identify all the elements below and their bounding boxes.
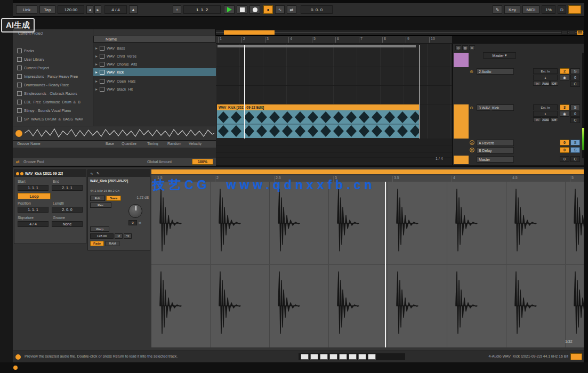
follow-button[interactable]: + — [173, 5, 181, 14]
hamburger-menu-icon[interactable] — [577, 30, 583, 35]
preview-volume-button[interactable] — [568, 5, 581, 14]
sample-playhead[interactable] — [385, 182, 386, 347]
sample-waveform-area[interactable]: 1/32 — [151, 182, 584, 347]
track3-monitor-in[interactable]: In — [533, 117, 541, 122]
sample-edit-button[interactable]: Edit — [90, 196, 105, 201]
midi-map-button[interactable]: MIDI — [522, 5, 539, 14]
arrangement-grid-label[interactable]: 1 / 4 — [436, 157, 443, 160]
link-button[interactable]: Link — [16, 5, 37, 14]
play-button[interactable] — [224, 5, 235, 14]
status-action-button[interactable] — [570, 353, 582, 360]
clip-start-value[interactable]: 1. 1. 1 — [18, 185, 49, 191]
file-row-wav-chorus-alts[interactable]: ▸WAV_Chorus_Alts — [95, 60, 214, 68]
tap-tempo-button[interactable]: Tap — [39, 5, 55, 14]
groove-col-random[interactable]: Random — [167, 142, 181, 145]
sidebar-item-pack-2[interactable]: Drumsounds - Ready Race — [17, 81, 92, 88]
transpose-knob[interactable] — [128, 204, 142, 218]
mixer-toggle-icon[interactable]: ≡ — [469, 45, 475, 50]
midi-indicator-strip[interactable] — [299, 353, 405, 360]
metronome-icon[interactable]: ▲ — [129, 5, 138, 14]
sidebar-item-current-project[interactable]: Current Project — [17, 64, 92, 71]
master-volume[interactable]: 0 — [560, 156, 569, 162]
arrangement-ruler[interactable]: 1 2 3 4 5 6 7 8 9 10 — [216, 36, 452, 44]
output-selector[interactable]: Master ▾ — [483, 52, 516, 59]
clip-position-value[interactable]: 1. 1. 1 — [18, 207, 49, 213]
track2-monitor-auto[interactable]: Auto — [542, 81, 550, 86]
file-row-wav-kick-selected[interactable]: ▸WAV_Kick — [93, 68, 216, 76]
sidebar-item-user-library[interactable]: User Library — [17, 55, 92, 63]
file-row-wav-open-hats[interactable]: ▸WAV_Open_Hats — [95, 77, 214, 85]
clip-length-value[interactable]: 2. 0. 0 — [52, 207, 83, 213]
file-row-wav-stack-hit[interactable]: ▸WAV_Stack_Hit — [95, 85, 214, 93]
loop-end-marker[interactable] — [419, 45, 420, 139]
groove-col-timing[interactable]: Timing — [147, 142, 158, 145]
arrangement-clip-title-bar[interactable]: WAV_Kick [2021-09-22 Edit] — [217, 104, 420, 110]
insert-marker[interactable] — [244, 45, 245, 139]
track2-arm-button[interactable]: ◉ — [560, 75, 569, 80]
draw-mode-icon[interactable]: ✎ — [493, 5, 502, 14]
expand-icon[interactable]: ▸ — [95, 62, 100, 67]
arrangement-overview[interactable] — [216, 30, 584, 36]
bpm-double-button[interactable]: *2 — [124, 233, 132, 239]
groove-col-velocity[interactable]: Velocity — [189, 142, 202, 145]
stop-button[interactable] — [237, 5, 247, 14]
master-name[interactable]: Master — [477, 156, 514, 163]
expand-icon[interactable]: ▸ — [95, 54, 100, 59]
sidebar-item-pack-4[interactable]: EDL_Free_Starhouse_Drum_&_B — [17, 98, 92, 106]
envelope-tab-icon[interactable]: ✎ — [96, 172, 100, 176]
record-button[interactable] — [249, 5, 260, 14]
sample-gain-value[interactable]: -1.72 dB — [121, 196, 149, 199]
clip-signature-value[interactable]: 4 / 4 — [18, 221, 49, 227]
returnA-name[interactable]: A Reverb — [477, 140, 514, 146]
track3-solo-button[interactable]: S — [570, 104, 580, 110]
master-pan[interactable]: C — [570, 156, 580, 162]
arrangement-lanes[interactable]: WAV_Kick [2021-09-22 Edit] 1 / 4 — [216, 44, 452, 165]
sample-tab-icon[interactable]: ∿ — [90, 172, 93, 176]
groove-col-base[interactable]: Base — [106, 142, 114, 145]
track2-input-type[interactable]: Ext. In — [533, 68, 558, 74]
bpm-half-button[interactable]: :2 — [115, 233, 123, 239]
sample-save-button[interactable]: Save — [106, 196, 121, 201]
sidebar-item-pack-5[interactable]: Stingy - Sounds Vocal Piano — [17, 107, 92, 114]
returnB-volume[interactable]: 0 — [560, 147, 569, 153]
track2-pan[interactable]: C — [570, 81, 580, 87]
track3-monitor-auto[interactable]: Auto — [542, 117, 550, 122]
loop-length-display[interactable]: 0. 0. 0 — [301, 5, 333, 14]
automation-arm-icon[interactable]: ∿ — [275, 5, 285, 14]
track2-name[interactable]: 2 Audio — [477, 68, 514, 75]
sidebar-item-pack-1[interactable]: Impressions - Fancy Heavy Free — [17, 72, 92, 80]
track3-color-tab[interactable] — [454, 104, 469, 139]
returnA-volume[interactable]: 0 — [560, 140, 569, 145]
expand-icon[interactable]: ▸ — [95, 70, 100, 75]
arrangement-clip-waveform[interactable] — [217, 110, 420, 138]
session-record-button[interactable]: ● — [263, 5, 273, 14]
sidebar-item-packs[interactable]: Packs — [17, 47, 92, 54]
track3-volume[interactable]: 0 — [570, 111, 580, 117]
global-amount-value[interactable]: 100% — [192, 159, 213, 165]
track3-unfold-icon[interactable]: ⊙ — [470, 106, 473, 110]
file-list-header[interactable]: Name — [93, 36, 216, 43]
track3-activator[interactable]: 3 — [560, 104, 569, 110]
clip-loop-button[interactable]: Loop — [18, 193, 51, 199]
transpose-value[interactable]: 0 — [128, 220, 137, 225]
sample-loop-bar[interactable] — [151, 169, 584, 174]
track2-input-channel[interactable]: 1 — [533, 75, 558, 80]
returnB-solo-button[interactable]: S — [570, 147, 580, 153]
track2-monitor-in[interactable]: In — [533, 81, 541, 86]
returnA-solo-button[interactable]: S — [570, 140, 580, 145]
overview-zoom-box-1[interactable] — [561, 30, 568, 35]
groove-swap-icon[interactable]: ⇄ — [16, 159, 20, 164]
sample-reverse-button[interactable]: Rev. — [90, 202, 111, 208]
file-row-wav-chrd-verse[interactable]: ▸WAV_Chrd_Verse — [95, 52, 214, 60]
track2-monitor-off[interactable]: Off — [550, 81, 558, 86]
tempo-display[interactable]: 120.00 — [58, 5, 84, 14]
sample-grid-label[interactable]: 1/32 — [565, 339, 573, 343]
track2-solo-button[interactable]: S — [570, 68, 580, 74]
clip-groove-value[interactable]: None — [52, 221, 83, 227]
expand-icon[interactable]: ▸ — [95, 79, 100, 84]
clip-end-value[interactable]: 2. 1. 1 — [52, 185, 83, 191]
expand-icon[interactable]: ▸ — [95, 46, 100, 51]
master-color-tab[interactable] — [454, 156, 469, 164]
sends-toggle-icon[interactable]: ▥ — [462, 45, 468, 50]
track2-activator[interactable]: 2 — [560, 68, 569, 74]
